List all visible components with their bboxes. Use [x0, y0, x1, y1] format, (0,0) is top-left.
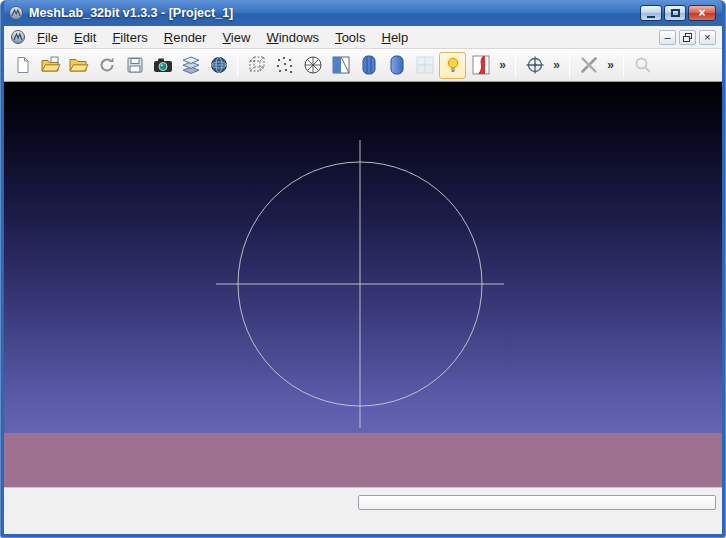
tools-overflow-button[interactable]: » [603, 52, 618, 79]
points-icon [275, 55, 295, 75]
reload-icon [98, 56, 116, 74]
wireframe-button[interactable] [299, 52, 326, 79]
render-overflow-button[interactable]: » [495, 52, 510, 79]
flat-shading-icon [389, 55, 405, 75]
mdi-document-icon [10, 29, 26, 45]
menu-view-label: View [222, 30, 250, 45]
mdi-close-button[interactable]: × [699, 30, 716, 45]
toolbar-separator [569, 53, 570, 77]
hidden-lines-icon [331, 55, 351, 75]
new-document-icon [14, 56, 32, 74]
wireframe-icon [303, 55, 323, 75]
overflow-chevron-icon: » [499, 58, 506, 72]
minimize-button[interactable] [640, 5, 662, 21]
app-icon [8, 5, 24, 21]
floppy-save-icon [126, 56, 144, 74]
mdi-minimize-icon: – [664, 32, 670, 43]
menu-help[interactable]: Help [373, 28, 416, 47]
close-icon: × [698, 7, 705, 19]
open-folder-icon [69, 56, 89, 74]
bounding-box-button[interactable] [243, 52, 270, 79]
mdi-window-controls: – × [659, 30, 719, 45]
trackball-globe-button[interactable] [521, 52, 548, 79]
menu-tools-label: Tools [335, 30, 365, 45]
close-button[interactable]: × [688, 5, 716, 21]
light-bulb-icon [443, 55, 463, 75]
import-mesh-button[interactable] [65, 52, 92, 79]
show-layers-button[interactable] [177, 52, 204, 79]
menu-view[interactable]: View [214, 28, 258, 47]
window-title: MeshLab_32bit v1.3.3 - [Project_1] [29, 6, 233, 20]
flat-shading-button[interactable] [383, 52, 410, 79]
trackball-globe-icon [525, 55, 545, 75]
viewport-ground-band [4, 433, 722, 487]
mdi-close-icon: × [704, 32, 710, 43]
menu-tools[interactable]: Tools [327, 28, 373, 47]
menu-file-label: File [37, 30, 58, 45]
menu-render[interactable]: Render [156, 28, 215, 47]
menu-windows-label: Windows [266, 30, 319, 45]
toolbar-separator [515, 53, 516, 77]
new-project-button[interactable] [9, 52, 36, 79]
status-bar [4, 487, 722, 534]
menu-bar: File Edit Filters Render View Windows To… [4, 26, 722, 49]
mdi-restore-icon [683, 33, 692, 42]
menu-render-label: Render [164, 30, 207, 45]
flat-lines-icon [361, 55, 377, 75]
viewport-3d[interactable] [4, 82, 722, 487]
save-mesh-button[interactable] [121, 52, 148, 79]
edit-tools-button[interactable] [575, 52, 602, 79]
search-button [629, 52, 656, 79]
open-project-button[interactable] [37, 52, 64, 79]
title-bar[interactable]: MeshLab_32bit v1.3.3 - [Project_1] × [4, 0, 722, 26]
maximize-icon [671, 9, 680, 17]
window-controls: × [640, 5, 718, 21]
texture-button [411, 52, 438, 79]
search-icon [633, 55, 653, 75]
camera-icon [153, 56, 173, 74]
menu-edit[interactable]: Edit [66, 28, 104, 47]
layers-icon [181, 56, 201, 74]
client-area: File Edit Filters Render View Windows To… [4, 26, 722, 534]
crossed-tools-icon [579, 55, 599, 75]
menu-filters[interactable]: Filters [104, 28, 155, 47]
menu-filters-label: Filters [112, 30, 147, 45]
light-toggle-button[interactable] [439, 52, 466, 79]
menu-windows[interactable]: Windows [258, 28, 327, 47]
mdi-minimize-button[interactable]: – [659, 30, 676, 45]
reload-mesh-button[interactable] [93, 52, 120, 79]
toolbar-separator [237, 53, 238, 77]
open-folder-document-icon [41, 56, 61, 74]
bounding-box-icon [247, 55, 267, 75]
texture-icon [416, 56, 434, 74]
mdi-restore-button[interactable] [679, 30, 696, 45]
menu-edit-label: Edit [74, 30, 96, 45]
toolbar-separator [623, 53, 624, 77]
menu-file[interactable]: File [29, 28, 66, 47]
color-ramp-icon [472, 55, 490, 75]
minimize-icon [647, 16, 655, 18]
globe-icon [210, 56, 228, 74]
overflow-chevron-icon: » [553, 58, 560, 72]
trackball-gizmo [4, 82, 722, 487]
meshlab-window: MeshLab_32bit v1.3.3 - [Project_1] × [0, 0, 726, 538]
flat-lines-button[interactable] [355, 52, 382, 79]
menu-help-label: Help [381, 30, 408, 45]
overflow-chevron-icon: » [607, 58, 614, 72]
points-button[interactable] [271, 52, 298, 79]
progress-bar [358, 495, 716, 510]
color-ramp-button[interactable] [467, 52, 494, 79]
toolbar: » » » [4, 49, 722, 82]
view-overflow-button[interactable]: » [549, 52, 564, 79]
maximize-button[interactable] [664, 5, 686, 21]
globe-button[interactable] [205, 52, 232, 79]
hidden-lines-button[interactable] [327, 52, 354, 79]
snapshot-button[interactable] [149, 52, 176, 79]
